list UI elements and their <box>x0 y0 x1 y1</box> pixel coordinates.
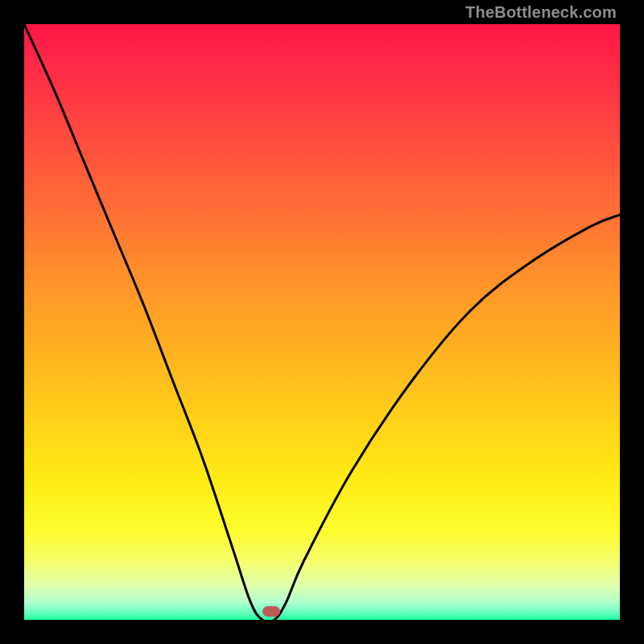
chart-frame: TheBottleneck.com <box>0 0 644 644</box>
curve-path <box>24 24 620 620</box>
watermark-text: TheBottleneck.com <box>465 3 617 22</box>
plot-area <box>24 24 620 620</box>
bottleneck-curve <box>24 24 620 620</box>
optimal-point-marker <box>262 606 280 617</box>
